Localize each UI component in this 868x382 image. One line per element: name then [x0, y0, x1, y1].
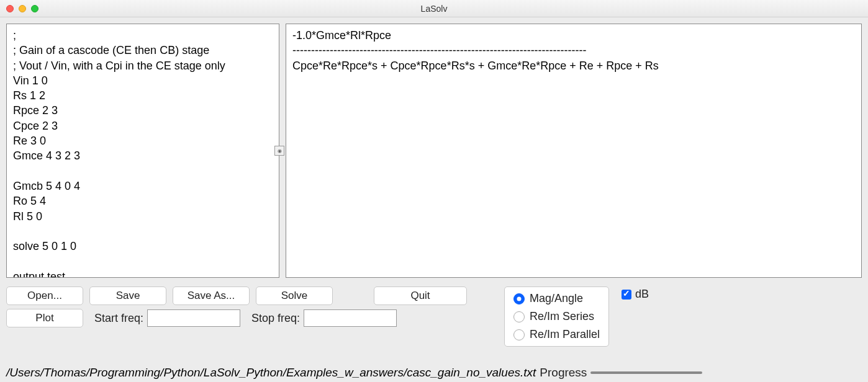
- progress-label: Progress: [540, 366, 587, 380]
- traffic-lights: [6, 5, 38, 12]
- start-freq-group: Start freq:: [94, 309, 240, 327]
- source-editor[interactable]: ; ; Gain of a cascode (CE then CB) stage…: [6, 24, 279, 278]
- radio-mag-angle-label: Mag/Angle: [530, 292, 583, 305]
- titlebar: LaSolv: [0, 0, 868, 17]
- output-pane[interactable]: -1.0*Gmce*Rl*Rpce ----------------------…: [286, 24, 862, 278]
- window-title: LaSolv: [421, 4, 448, 14]
- db-checkbox[interactable]: [622, 290, 631, 300]
- plot-button[interactable]: Plot: [6, 309, 83, 327]
- main-content: ; ; Gain of a cascode (CE then CB) stage…: [0, 17, 868, 284]
- second-button-row: Plot Start freq: Stop freq:: [6, 309, 467, 327]
- output-wrapper: -1.0*Gmce*Rl*Rpce ----------------------…: [286, 24, 862, 278]
- radio-reim-series[interactable]: Re/Im Series: [513, 310, 600, 323]
- open-button[interactable]: Open...: [6, 286, 83, 305]
- stop-freq-label: Stop freq:: [251, 312, 300, 325]
- start-freq-input[interactable]: [147, 309, 240, 327]
- controls: Open... Save Save As... Solve Quit Plot …: [0, 284, 868, 347]
- progress-bar: [590, 371, 702, 374]
- minimize-window-button[interactable]: [19, 5, 26, 12]
- close-window-button[interactable]: [6, 5, 14, 12]
- db-checkbox-group[interactable]: dB: [622, 288, 649, 301]
- radio-reim-parallel-label: Re/Im Parallel: [530, 328, 600, 341]
- start-freq-label: Start freq:: [94, 312, 143, 325]
- pane-resize-handle[interactable]: ◉: [274, 146, 284, 156]
- editor-wrapper: ; ; Gain of a cascode (CE then CB) stage…: [6, 24, 279, 278]
- radio-circle-icon: [513, 311, 525, 322]
- right-side-controls: Mag/Angle Re/Im Series Re/Im Parallel dB: [473, 286, 649, 347]
- left-button-column: Open... Save Save As... Solve Quit Plot …: [6, 286, 467, 327]
- plot-mode-radio-panel: Mag/Angle Re/Im Series Re/Im Parallel: [504, 286, 609, 347]
- statusbar: /Users/Thomas/Programming/Python/LaSolv_…: [6, 366, 862, 380]
- solve-button[interactable]: Solve: [256, 286, 333, 305]
- radio-mag-angle[interactable]: Mag/Angle: [513, 292, 600, 305]
- filepath-label: /Users/Thomas/Programming/Python/LaSolv_…: [6, 366, 536, 380]
- radio-reim-parallel[interactable]: Re/Im Parallel: [513, 328, 600, 341]
- save-as-button[interactable]: Save As...: [173, 286, 250, 305]
- radio-circle-icon: [513, 293, 525, 304]
- db-checkbox-label: dB: [635, 288, 649, 301]
- stop-freq-input[interactable]: [304, 309, 397, 327]
- radio-reim-series-label: Re/Im Series: [530, 310, 594, 323]
- save-button[interactable]: Save: [89, 286, 166, 305]
- maximize-window-button[interactable]: [31, 5, 38, 12]
- quit-button[interactable]: Quit: [374, 286, 467, 305]
- stop-freq-group: Stop freq:: [251, 309, 397, 327]
- radio-circle-icon: [513, 329, 525, 340]
- first-button-row: Open... Save Save As... Solve Quit: [6, 286, 467, 305]
